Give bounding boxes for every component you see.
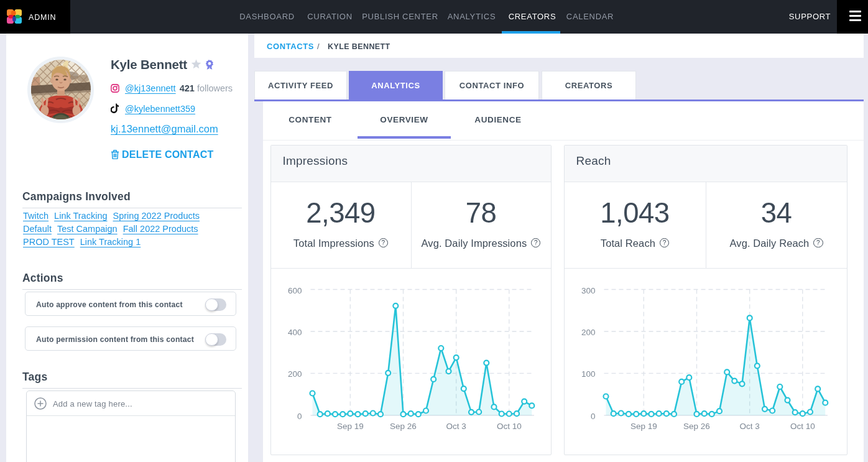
svg-text:200: 200 <box>581 328 595 337</box>
svg-text:Sep 26: Sep 26 <box>390 422 417 431</box>
svg-text:Oct 10: Oct 10 <box>790 422 815 431</box>
svg-text:Sep 26: Sep 26 <box>683 422 710 431</box>
svg-text:Oct 3: Oct 3 <box>739 422 759 431</box>
svg-text:Sep 19: Sep 19 <box>336 422 363 431</box>
svg-text:0: 0 <box>297 412 302 421</box>
svg-text:100: 100 <box>581 369 595 379</box>
svg-text:200: 200 <box>287 369 302 379</box>
svg-text:0: 0 <box>590 412 595 421</box>
svg-text:Sep 19: Sep 19 <box>630 422 657 431</box>
svg-text:300: 300 <box>581 286 595 295</box>
svg-text:Oct 10: Oct 10 <box>496 422 521 431</box>
svg-text:600: 600 <box>287 286 302 295</box>
svg-text:400: 400 <box>287 328 302 337</box>
svg-text:Oct 3: Oct 3 <box>446 422 466 431</box>
